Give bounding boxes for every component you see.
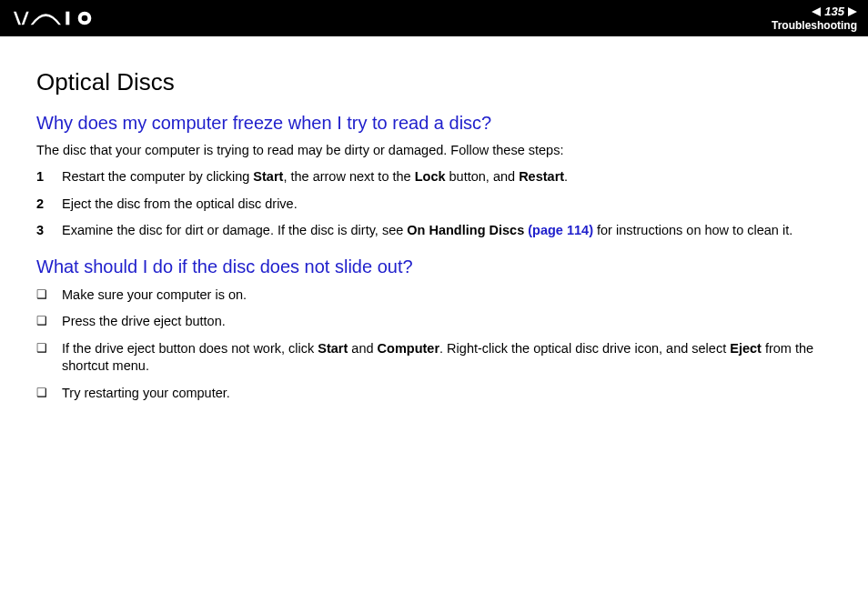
header-right: 135 Troubleshooting <box>772 5 857 32</box>
prev-page-arrow-icon[interactable] <box>812 7 821 16</box>
text: , the arrow next to the <box>283 169 414 184</box>
text: If the drive eject button does not work,… <box>62 341 318 356</box>
text: and <box>348 341 377 356</box>
bullet-4: Try restarting your computer. <box>36 385 832 403</box>
section-name: Troubleshooting <box>772 19 857 32</box>
page-ref-link[interactable]: (page 114) <box>528 223 593 237</box>
question-2-heading: What should I do if the disc does not sl… <box>36 256 832 277</box>
text: button, and <box>446 169 520 184</box>
bullet-2: Press the drive eject button. <box>36 313 832 331</box>
bold-handling: On Handling Discs <box>407 223 528 237</box>
svg-rect-0 <box>66 12 69 25</box>
bold-restart: Restart <box>519 169 564 184</box>
bold-start: Start <box>253 169 283 184</box>
bullet-1: Make sure your computer is on. <box>36 286 832 305</box>
text: Examine the disc for dirt or damage. If … <box>62 223 407 237</box>
bold-lock: Lock <box>415 169 446 184</box>
question-1-lead: The disc that your computer is trying to… <box>36 143 832 157</box>
question-1-heading: Why does my computer freeze when I try t… <box>36 113 832 134</box>
text: for instructions on how to clean it. <box>593 223 792 237</box>
vaio-logo <box>11 0 111 36</box>
text: . Right-click the optical disc drive ico… <box>439 341 730 356</box>
header-bar: 135 Troubleshooting <box>0 0 868 36</box>
page-number: 135 <box>824 5 844 19</box>
bold-eject: Eject <box>730 341 762 356</box>
step-1: Restart the computer by clicking Start, … <box>36 168 832 186</box>
next-page-arrow-icon[interactable] <box>848 7 857 16</box>
bold-computer: Computer <box>378 341 439 356</box>
text: . <box>564 169 568 184</box>
step-2: Eject the disc from the optical disc dri… <box>36 196 832 214</box>
bullet-list: Make sure your computer is on. Press the… <box>36 286 832 403</box>
step-3: Examine the disc for dirt or damage. If … <box>36 222 832 240</box>
page-title: Optical Discs <box>36 68 832 96</box>
bold-start: Start <box>318 341 348 356</box>
bullet-3: If the drive eject button does not work,… <box>36 340 832 376</box>
page-nav: 135 <box>772 5 857 19</box>
steps-list: Restart the computer by clicking Start, … <box>36 168 832 240</box>
text: Restart the computer by clicking <box>62 169 253 184</box>
content: Optical Discs Why does my computer freez… <box>0 36 868 430</box>
